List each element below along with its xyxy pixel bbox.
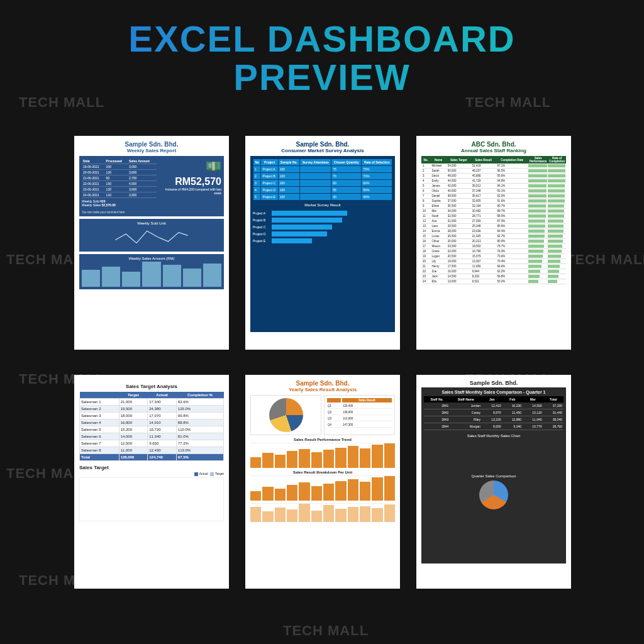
label: Weekly Sales bbox=[82, 203, 101, 207]
grouped-bar-chart bbox=[79, 477, 224, 521]
card4-table: TargetActualCompletion %Salesman 121,000… bbox=[79, 392, 224, 461]
card6-table: Staff No.Staff NameJanFebMarTotal2841Jor… bbox=[424, 396, 564, 430]
legend-item: Target bbox=[215, 472, 224, 475]
card2-table: NoProjectSample No.Survey AttendeesChose… bbox=[253, 158, 392, 201]
comment-hint: You can make your comment here bbox=[82, 211, 157, 214]
preview-grid: Sample Sdn. Bhd. Weekly Sales Report Dat… bbox=[74, 136, 571, 589]
card-staff-ranking: ABC Sdn. Bhd. Annual Sales Staff Ranking… bbox=[416, 136, 571, 350]
bar-chart bbox=[250, 503, 395, 522]
watermark: TECH MALL bbox=[283, 623, 369, 639]
card6-company: Sample Sdn. Bhd. bbox=[421, 380, 566, 386]
page-title: EXCEL DASHBOARD PREVIEW bbox=[0, 0, 644, 97]
bar-chart bbox=[82, 262, 221, 287]
card2-company: Sample Sdn. Bhd. bbox=[250, 141, 395, 148]
legend: Actual Target bbox=[79, 472, 224, 476]
card3-subtitle: Annual Sales Staff Ranking bbox=[421, 148, 566, 153]
watermark: TECH MALL bbox=[19, 94, 104, 111]
card-market-survey: Sample Sdn. Bhd. Consumer Market Survey … bbox=[245, 136, 400, 350]
card-sales-target: Sales Target Analysis TargetActualComple… bbox=[74, 375, 229, 589]
card3-company: ABC Sdn. Bhd. bbox=[421, 141, 566, 148]
chart-title: Weekly Sold Unit bbox=[82, 221, 221, 225]
chart-title: Sales Target bbox=[79, 465, 224, 470]
card1-total: RM52,570 bbox=[159, 176, 221, 187]
chart-title: Market Survey Result bbox=[253, 203, 392, 207]
card5-subtitle: Yearly Sales Result Analysis bbox=[250, 387, 395, 392]
card2-subtitle: Consumer Market Survey Analysis bbox=[250, 148, 395, 153]
chart-title: Weekly Sales Amount (RM) bbox=[82, 257, 221, 260]
card1-company: Sample Sdn. Bhd. bbox=[79, 141, 224, 148]
pie-chart bbox=[269, 398, 303, 432]
card1-note: Increase of RM4,200 compared with last w… bbox=[159, 187, 221, 195]
section-title: Sales Result Performance Trend bbox=[250, 438, 395, 441]
card6-subtitle: Sales Staff Monthly Sales Comparison - Q… bbox=[424, 390, 564, 394]
card1-subtitle: Weekly Sales Report bbox=[79, 148, 224, 153]
title-line-1: EXCEL DASHBOARD bbox=[0, 20, 644, 58]
pie-chart bbox=[479, 480, 508, 509]
section-title: Sales Result Breakdown Per Unit bbox=[250, 470, 395, 474]
hbar-chart: Project AProject BProject CProject DProj… bbox=[253, 211, 392, 243]
card-quarter-comparison: Sample Sdn. Bhd. Sales Staff Monthly Sal… bbox=[416, 375, 571, 589]
card-weekly-sales-report: Sample Sdn. Bhd. Weekly Sales Report Dat… bbox=[74, 136, 229, 350]
bar-chart bbox=[250, 443, 395, 468]
card3-table: No.NameSales TargetSales ResultCompletio… bbox=[421, 156, 566, 284]
legend-item: Actual bbox=[199, 472, 208, 475]
chart-title: Sales Staff Monthly Sales Chart bbox=[424, 434, 564, 438]
watermark: TECH MALL bbox=[566, 252, 644, 268]
card1-table: DateProcessedSales Amount19-06-20211003,… bbox=[82, 158, 157, 198]
line-chart bbox=[82, 226, 221, 249]
bar-chart bbox=[250, 475, 395, 501]
money-icon: 💵 bbox=[159, 158, 221, 174]
watermark: TECH MALL bbox=[465, 94, 551, 111]
title-line-2: PREVIEW bbox=[0, 58, 644, 97]
value: 52,570.00 bbox=[102, 203, 116, 207]
chart-title: Quarter Sales Comparison bbox=[424, 474, 564, 478]
card4-subtitle: Sales Target Analysis bbox=[79, 384, 224, 389]
card5-company: Sample Sdn. Bhd. bbox=[250, 380, 395, 387]
grouped-bar-chart bbox=[424, 439, 564, 470]
card5-mini-table: Sales ResultQ1125,400Q2138,900Q3112,600Q… bbox=[326, 397, 393, 429]
